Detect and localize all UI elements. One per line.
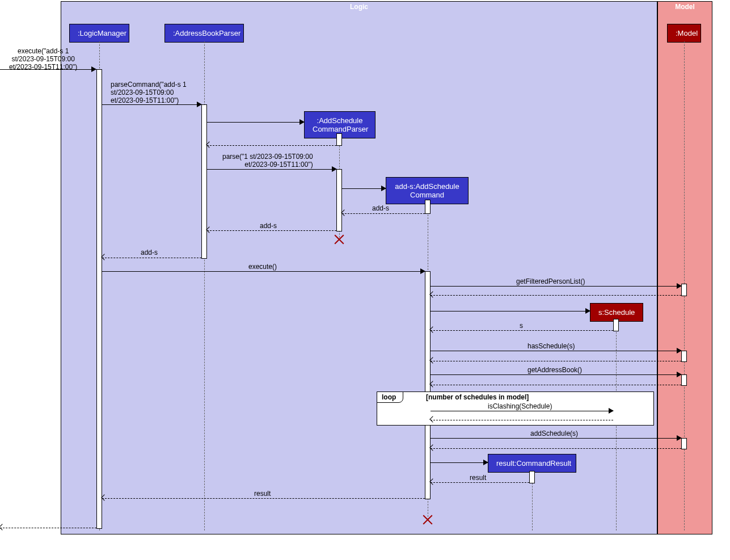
activation-asc-2 xyxy=(425,271,431,499)
loop-condition: [number of schedules in model] xyxy=(426,393,529,401)
loop-label: loop xyxy=(377,391,403,403)
activation-cr xyxy=(529,471,535,483)
msg-addschedule: addSchedule(s) xyxy=(530,430,578,437)
destroy-asc xyxy=(422,514,433,525)
activation-model-2 xyxy=(681,351,687,362)
msg-getaddressbook: getAddressBook() xyxy=(528,366,582,374)
model-frame: Model xyxy=(657,1,712,534)
participant-address-book-parser: :AddressBookParser xyxy=(164,24,244,43)
participant-model: :Model xyxy=(667,24,701,43)
msg-result: result xyxy=(470,474,486,482)
msg-execute2: execute() xyxy=(248,263,277,271)
activation-asc-1 xyxy=(425,200,431,214)
participant-logic-manager: :LogicManager xyxy=(69,24,129,43)
activation-abp xyxy=(201,104,207,259)
msg-isclashing: isClashing(Schedule) xyxy=(488,402,552,410)
msg-execute-in: execute("add-s 1st/2023-09-15T09:00et/20… xyxy=(9,47,77,71)
msg-hasschedule: hasSchedule(s) xyxy=(528,342,575,350)
logic-frame-label: Logic xyxy=(350,3,368,11)
activation-model-1 xyxy=(681,284,687,296)
participant-command-result: result:CommandResult xyxy=(488,454,576,473)
destroy-ascp xyxy=(334,234,345,245)
msg-return-s: s xyxy=(520,322,523,330)
msg-adds-3: add-s xyxy=(141,249,158,256)
msg-adds-1: add-s xyxy=(372,204,389,212)
msg-getfilteredpersonlist: getFilteredPersonList() xyxy=(516,277,585,285)
activation-ascp-2 xyxy=(336,169,342,231)
msg-adds-2: add-s xyxy=(260,222,277,230)
activation-ascp-1 xyxy=(336,133,342,146)
activation-sched xyxy=(613,319,619,331)
msg-parse-command: parseCommand("add-s 1st/2023-09-15T09:00… xyxy=(111,81,187,104)
lifeline-schedule xyxy=(616,321,617,530)
activation-model-4 xyxy=(681,438,687,449)
msg-parse: parse("1 st/2023-09-15T09:00et/2023-09-1… xyxy=(222,153,313,169)
activation-model-3 xyxy=(681,374,687,386)
msg-result2: result xyxy=(254,490,271,498)
activation-logic-manager xyxy=(96,69,102,529)
model-frame-label: Model xyxy=(675,3,695,11)
